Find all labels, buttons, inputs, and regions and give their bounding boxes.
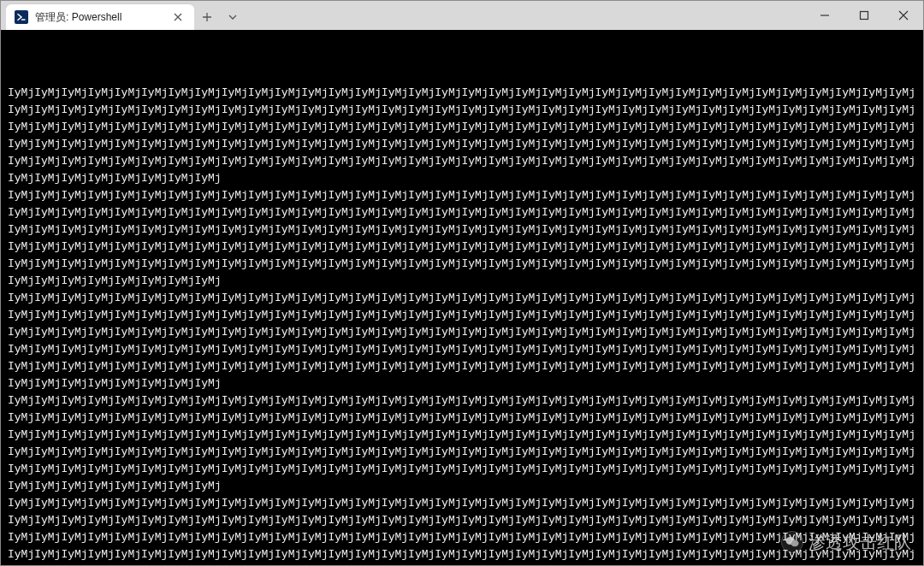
- output-line: IyMjIyMjIyMjIyMjIyMjIyMjIyMjIyMjIyMjIyMj…: [8, 85, 916, 187]
- tab-active[interactable]: 管理员: Powershell: [6, 4, 194, 30]
- terminal-body[interactable]: IyMjIyMjIyMjIyMjIyMjIyMjIyMjIyMjIyMjIyMj…: [1, 30, 923, 565]
- minimize-button[interactable]: [805, 1, 844, 30]
- tab-dropdown-button[interactable]: [220, 4, 246, 30]
- window-controls: [805, 1, 923, 30]
- tab-title: 管理员: Powershell: [35, 10, 163, 25]
- window-frame: 管理员: Powershell Iy: [0, 0, 924, 566]
- tab-strip: 管理员: Powershell: [1, 1, 805, 30]
- output-line: IyMjIyMjIyMjIyMjIyMjIyMjIyMjIyMjIyMjIyMj…: [8, 495, 916, 565]
- close-tab-button[interactable]: [170, 9, 186, 25]
- output-line: IyMjIyMjIyMjIyMjIyMjIyMjIyMjIyMjIyMjIyMj…: [8, 290, 916, 392]
- titlebar: 管理员: Powershell: [1, 1, 923, 30]
- powershell-icon: [15, 10, 28, 24]
- svg-rect-0: [861, 12, 868, 20]
- new-tab-button[interactable]: [194, 4, 220, 30]
- output-line: IyMjIyMjIyMjIyMjIyMjIyMjIyMjIyMjIyMjIyMj…: [8, 392, 916, 495]
- close-window-button[interactable]: [884, 1, 923, 30]
- maximize-button[interactable]: [844, 1, 884, 30]
- output-line: IyMjIyMjIyMjIyMjIyMjIyMjIyMjIyMjIyMjIyMj…: [8, 187, 916, 290]
